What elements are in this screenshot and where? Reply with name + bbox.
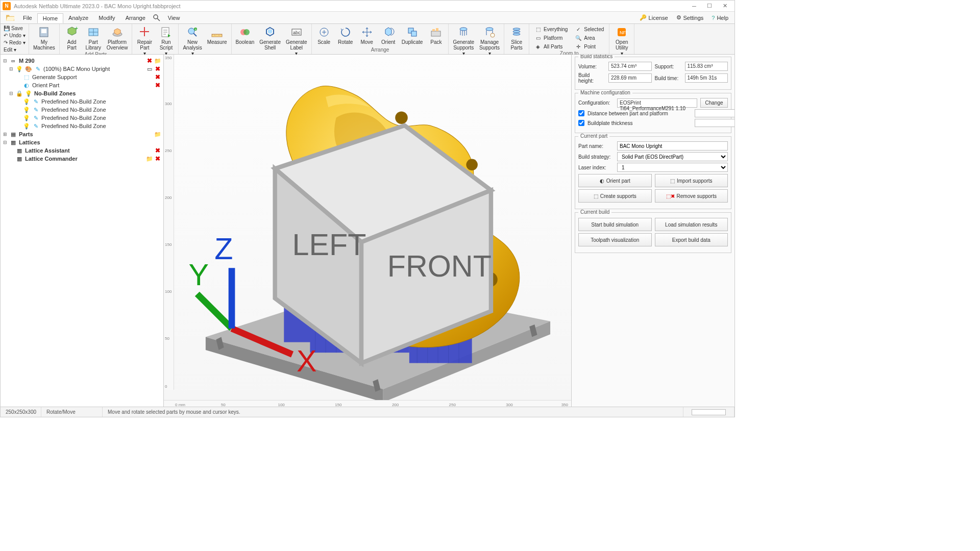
toolpath-viz-button[interactable]: Toolpath visualization (578, 233, 652, 246)
search-icon[interactable] (153, 14, 161, 22)
tree-root[interactable]: ⊟∞M 290✖📁 (2, 57, 162, 65)
svg-rect-3 (41, 29, 46, 33)
tree-nobuild-label: No-Build Zones (34, 90, 161, 96)
run-script-button[interactable]: Run Script ▾ (156, 25, 176, 57)
open-folder-icon[interactable] (6, 13, 15, 22)
help-icon: ? (712, 15, 715, 21)
tree-predef-1[interactable]: 💡✎Predefined No-Build Zone (2, 97, 162, 106)
orient-button[interactable]: Orient (378, 25, 399, 46)
folder-icon[interactable]: 📁 (146, 155, 153, 162)
part-library-button[interactable]: Part Library (83, 25, 104, 52)
viewport[interactable]: 350 300 250 200 150 100 50 0 (164, 55, 571, 407)
measure-button[interactable]: Measure (205, 25, 229, 46)
move-button[interactable]: Move (357, 25, 377, 46)
zoom-all-parts[interactable]: ◈All Parts (532, 42, 570, 51)
tree-lattices[interactable]: ⊟▩Lattices (2, 138, 162, 146)
scale-button[interactable]: Scale (314, 25, 334, 46)
new-analysis-button[interactable]: +New Analysis ▾ (181, 25, 204, 57)
zoom-platform[interactable]: ▭Platform (532, 34, 570, 42)
tab-view[interactable]: View (163, 13, 185, 22)
open-utility-button[interactable]: NFBOpen Utility ▾ (611, 25, 632, 57)
generate-label-button[interactable]: abcGenerate Label ▾ (284, 25, 309, 57)
tree-lattice-assistant[interactable]: ▩Lattice Assistant✖ (2, 146, 162, 155)
bulb-icon: 💡 (23, 106, 30, 113)
manage-supports-button[interactable]: Manage Supports ▾ (477, 25, 502, 57)
maximize-button[interactable]: ☐ (702, 1, 717, 11)
grid-icon: ▦ (10, 131, 17, 138)
pack-button[interactable]: Pack (426, 25, 446, 46)
tree-predef-2[interactable]: 💡✎Predefined No-Build Zone (2, 106, 162, 114)
import-supports-button[interactable]: ⬚Import supports (655, 174, 728, 187)
remove-supports-button[interactable]: ⬚✖Remove supports (655, 189, 728, 203)
distance-input[interactable]: ▲▼ (695, 109, 728, 117)
license-button[interactable]: 🔑License (635, 14, 672, 21)
build-stats-legend: Build statistics (578, 55, 615, 59)
save-button[interactable]: 💾Save (2, 25, 28, 32)
tab-arrange[interactable]: Arrange (120, 13, 151, 22)
orient-part-button[interactable]: ◐Orient part (578, 174, 652, 187)
tree-part[interactable]: ⊟💡🎨✎(100%) BAC Mono Upright▭✖ (2, 65, 162, 73)
generate-supports-button[interactable]: Generate Supports ▾ (451, 25, 476, 57)
generate-shell-button[interactable]: Generate Shell (257, 25, 283, 52)
brush-icon: ✎ (32, 106, 39, 113)
new-analysis-label: New Analysis (183, 39, 202, 51)
view-cube[interactable]: LEFT FRONT Y X Z (158, 61, 565, 406)
platform-overview-button[interactable]: Platform Overview (105, 25, 130, 52)
rlabel: 350 (561, 403, 568, 407)
tab-home[interactable]: Home (37, 13, 63, 23)
redo-button[interactable]: ↷Redo ▾ (2, 39, 28, 46)
duplicate-button[interactable]: Duplicate (400, 25, 425, 46)
tree-orient-part[interactable]: ◐Orient Part✖ (2, 81, 162, 89)
settings-button[interactable]: ⚙Settings (672, 14, 708, 21)
close-button[interactable]: ✕ (717, 1, 732, 11)
minimize-button[interactable]: ─ (687, 1, 702, 11)
distance-checkbox[interactable] (578, 110, 584, 116)
svg-point-28 (513, 28, 520, 30)
strategy-select[interactable]: Solid Part (EOS DirectPart) (617, 152, 728, 161)
start-simulation-button[interactable]: Start build simulation (578, 218, 652, 231)
help-button[interactable]: ?Help (707, 15, 732, 21)
tree-parts[interactable]: ⊞▦Parts📁 (2, 130, 162, 138)
my-machines-button[interactable]: My Machines (31, 25, 57, 52)
plate-checkbox[interactable] (578, 120, 584, 126)
delete-icon[interactable]: ✖ (146, 57, 153, 64)
menu-file[interactable]: File (18, 13, 37, 22)
create-supports-button[interactable]: ⬚Create supports (578, 189, 652, 203)
boolean-button[interactable]: Boolean (234, 25, 257, 46)
tree-nobuild-zones[interactable]: ⊟🔒💡No-Build Zones (2, 89, 162, 97)
svg-point-27 (491, 33, 495, 37)
zoom-point[interactable]: ✛Point (573, 42, 606, 51)
plate-input[interactable]: ▲▼ (695, 119, 728, 127)
zoom-selected[interactable]: ✓Selected (573, 25, 606, 33)
license-label: License (649, 15, 668, 21)
add-part-button[interactable]: +Add Part (62, 25, 82, 52)
rotate-button[interactable]: Rotate (335, 25, 356, 46)
currentpart-legend: Current part (578, 133, 609, 139)
tree-predef-4[interactable]: 💡✎Predefined No-Build Zone (2, 122, 162, 130)
tab-modify[interactable]: Modify (93, 13, 120, 22)
edit-button[interactable]: Edit ▾ (2, 46, 28, 53)
generate-label-label: Generate Label (286, 39, 307, 51)
tab-analyze[interactable]: Analyze (63, 13, 93, 22)
help-label: Help (717, 15, 728, 21)
remove-icon: ⬚✖ (666, 193, 675, 199)
tree-lattice-commander[interactable]: ▩Lattice Commander📁✖ (2, 155, 162, 163)
zoom-everything[interactable]: ⬚Everything (532, 25, 570, 33)
zoom-area[interactable]: 🔍Area (573, 34, 606, 42)
plate-label: Buildplate thickness (587, 120, 692, 126)
part-library-label: Part Library (85, 39, 101, 51)
tree-predef-3[interactable]: 💡✎Predefined No-Build Zone (2, 114, 162, 122)
export-build-button[interactable]: Export build data (655, 233, 728, 246)
change-config-button[interactable]: Change (700, 98, 728, 108)
rlabel: 100 (278, 403, 284, 407)
load-simulation-button[interactable]: Load simulation results (655, 218, 728, 231)
undo-button[interactable]: ↶Undo ▾ (2, 32, 28, 39)
laser-select[interactable]: 1 (617, 163, 728, 172)
slice-parts-button[interactable]: Slice Parts (506, 25, 527, 52)
config-value: EOSPrint Ti64_PerformanceM291 1.10 (617, 98, 697, 108)
partname-input[interactable] (617, 141, 728, 151)
tree-generate-support[interactable]: ⬚Generate Support✖ (2, 73, 162, 81)
repair-part-button[interactable]: Repair Part ▾ (134, 25, 155, 57)
menubar: File Home Analyze Modify Arrange View 🔑L… (1, 12, 734, 24)
zoom-everything-label: Everything (544, 27, 568, 32)
